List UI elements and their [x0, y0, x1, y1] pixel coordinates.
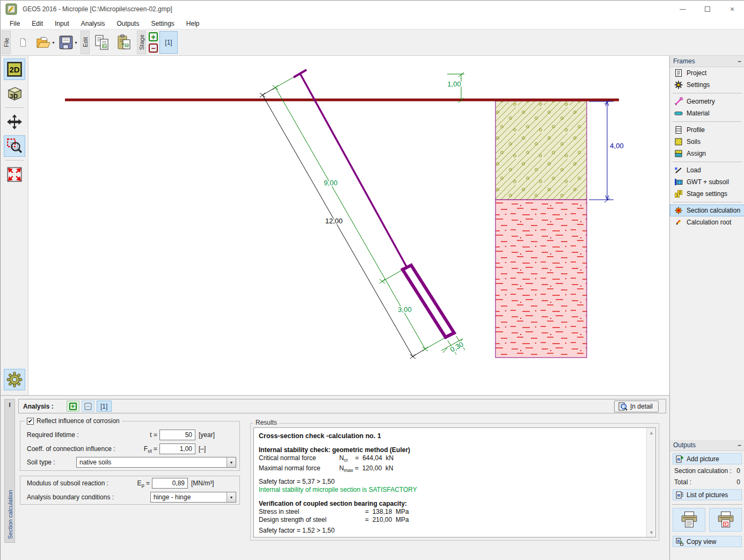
results-line: Internal stability check: geometric meth… — [259, 446, 643, 454]
add-stage-button[interactable]: + — [149, 32, 158, 41]
divider — [673, 121, 742, 122]
remove-analysis-button[interactable]: − — [82, 401, 94, 412]
results-scrollbar[interactable]: ▲ ▼ — [646, 428, 655, 537]
stage-1-button[interactable]: [1] — [159, 31, 178, 54]
sidebar-item-stage-settings[interactable]: 2 1 Stage settings — [670, 188, 744, 200]
scroll-up-icon[interactable]: ▲ — [647, 428, 656, 437]
lifetime-input[interactable]: 50 — [159, 430, 195, 440]
corrosion-group: ✔ Reflect influence of corrosion Require… — [20, 421, 240, 471]
results-line: Stress in steel= 138,18 MPa — [259, 508, 643, 516]
open-file-button[interactable]: ▼ — [35, 31, 56, 54]
menu-edit[interactable]: Edit — [26, 19, 49, 28]
sidebar-item-soils[interactable]: Soils — [670, 136, 744, 148]
minimize-button[interactable] — [670, 1, 695, 18]
results-area: Cross-section check -calculation no. 1In… — [253, 427, 656, 537]
chevron-down-icon[interactable]: ▼ — [227, 492, 236, 502]
add-analysis-button[interactable]: + — [67, 401, 79, 412]
zoom-button[interactable] — [4, 135, 25, 157]
list-of-pictures-button[interactable]: B List of pictures — [673, 489, 742, 500]
view-3d-button[interactable]: 3D — [4, 83, 25, 104]
right-sidebar: Frames – Project Settings Geometry — [669, 56, 744, 560]
dim-label-root-length: 3,00 — [398, 306, 411, 314]
soil-type-label: Soil type : — [27, 457, 55, 468]
drawing-settings-button[interactable] — [4, 369, 25, 390]
add-picture-button[interactable]: B Add picture — [673, 453, 742, 464]
new-file-button[interactable] — [13, 31, 33, 54]
fit-view-icon — [6, 166, 23, 183]
menu-settings[interactable]: Settings — [145, 19, 180, 28]
dim-label-free-length: 9,00 — [324, 179, 337, 187]
paste-picture-button[interactable] — [114, 31, 135, 54]
in-detail-button[interactable]: In detail — [614, 401, 659, 412]
svg-text:3D: 3D — [10, 92, 18, 99]
menu-input[interactable]: Input — [49, 19, 75, 28]
outputs-minimize-button[interactable]: – — [738, 443, 741, 447]
save-file-button[interactable]: ▼ — [58, 31, 78, 54]
gwt-subsoil-icon — [674, 178, 683, 186]
project-icon — [674, 69, 683, 77]
2d-icon: 2D — [6, 61, 23, 77]
copy-picture-icon — [94, 34, 110, 50]
sidebar-item-load[interactable]: Load — [670, 164, 744, 176]
frames-minimize-button[interactable]: – — [738, 59, 741, 63]
view-2d-button[interactable]: 2D — [4, 59, 25, 80]
modulus-input[interactable]: 0,89 — [152, 478, 188, 489]
menu-analysis[interactable]: Analysis — [75, 19, 111, 28]
sidebar-item-section-calculation[interactable]: Section calculation — [670, 205, 744, 216]
analysis-1-button[interactable]: [1] — [97, 401, 112, 412]
svg-text:B: B — [677, 457, 681, 462]
sidebar-item-geometry[interactable]: Geometry — [670, 96, 744, 107]
close-button[interactable]: × — [720, 1, 744, 18]
sidebar-item-settings[interactable]: Settings — [670, 79, 744, 91]
menu-help[interactable]: Help — [180, 19, 206, 28]
menu-outputs[interactable]: Outputs — [111, 19, 145, 28]
move-icon — [6, 114, 23, 130]
open-dropdown-icon[interactable]: ▼ — [52, 41, 55, 45]
copy-picture-button[interactable] — [92, 31, 112, 54]
sidebar-item-project[interactable]: Project — [670, 67, 744, 79]
print-picture-button[interactable] — [709, 508, 742, 532]
outputs-panel-header: Outputs – — [670, 440, 744, 451]
sidebar-item-profile[interactable]: Profile — [670, 124, 744, 136]
modulus-label: Modulus of subsoil reaction : — [27, 478, 108, 489]
frames-panel-header: Frames – — [670, 56, 744, 67]
pan-button[interactable] — [4, 111, 25, 133]
modulus-symbol: Ep = — [110, 479, 150, 488]
sidebar-item-gwt-subsoil[interactable]: GWT + subsoil — [670, 176, 744, 188]
sidebar-item-assign[interactable]: Assign — [670, 148, 744, 159]
coeff-input[interactable]: 1,00 — [159, 443, 195, 454]
copy-view-icon: B — [675, 537, 684, 546]
results-line: Design strength of steel= 210,00 MPa — [259, 516, 643, 524]
main-toolbar: File ▼ ▼ Edit — [1, 29, 744, 56]
save-icon — [59, 35, 74, 50]
fit-view-button[interactable] — [4, 164, 25, 185]
sidebar-item-calculation-root[interactable]: Calculation root — [670, 216, 744, 228]
settings-icon — [674, 81, 683, 89]
status-strip — [1, 546, 669, 560]
results-legend: Results — [253, 419, 279, 426]
sidebar-item-material[interactable]: Material — [670, 107, 744, 119]
load-icon — [674, 166, 683, 174]
corrosion-checkbox[interactable]: ✔ — [27, 418, 34, 425]
chevron-down-icon[interactable]: ▼ — [227, 457, 236, 467]
analysis-header: Analysis : + − [1] In detail — [18, 399, 666, 413]
divider — [5, 160, 24, 161]
section-calculation-count: 0 — [736, 467, 740, 475]
window-title: GEO5 2016 - Micropile [C:\Micropile\scre… — [23, 5, 172, 13]
scroll-down-icon[interactable]: ▼ — [647, 528, 656, 537]
panel-collapse-marker[interactable]: I — [5, 402, 14, 408]
copy-view-button[interactable]: B Copy view — [673, 536, 742, 547]
profile-icon — [674, 126, 683, 134]
menu-file[interactable]: File — [4, 19, 26, 28]
soil-layer-2 — [495, 200, 587, 358]
save-dropdown-icon[interactable]: ▼ — [74, 41, 78, 45]
maximize-button[interactable] — [695, 1, 720, 18]
results-line: Verification of coupled section bearing … — [259, 500, 643, 508]
title-bar: GEO5 2016 - Micropile [C:\Micropile\scre… — [1, 1, 744, 18]
boundary-conditions-select[interactable]: hinge - hinge ▼ — [150, 492, 236, 503]
remove-stage-button[interactable]: − — [149, 43, 158, 53]
dim-label-root-diameter: 0,30 — [449, 340, 464, 353]
drawing-canvas[interactable]: 4,00 1,00 9,00 — [28, 56, 669, 395]
print-document-button[interactable] — [673, 508, 705, 532]
soil-type-select[interactable]: native soils ▼ — [76, 457, 236, 468]
